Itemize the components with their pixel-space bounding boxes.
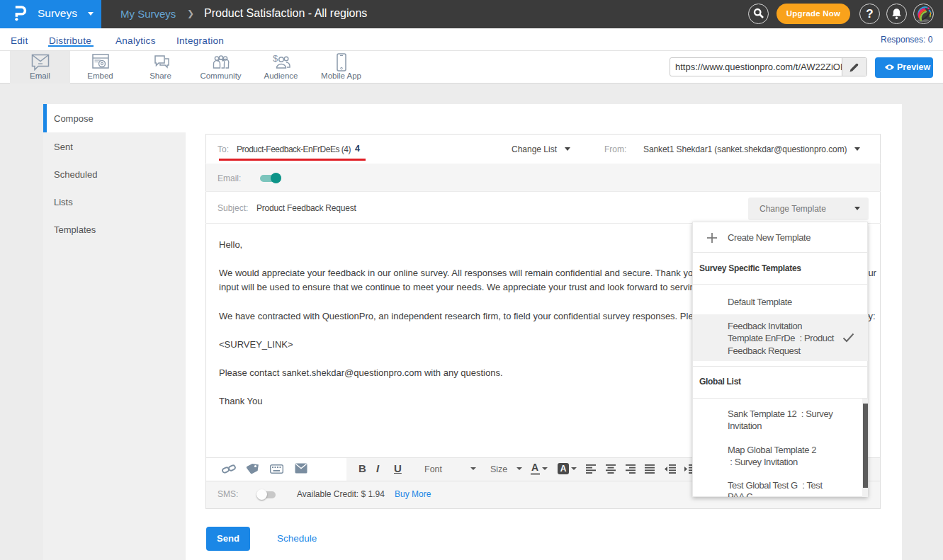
svg-text:$: $: [273, 53, 278, 64]
